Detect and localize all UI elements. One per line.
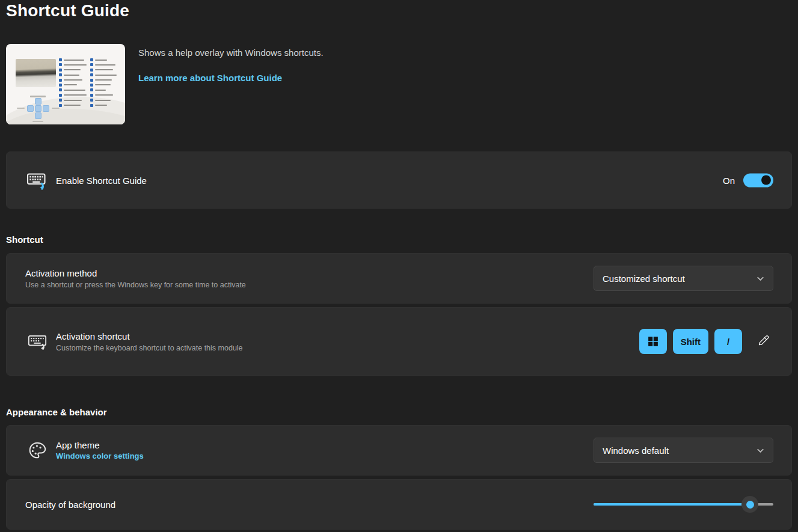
preview-row: [59, 69, 87, 72]
slider-fill: [594, 503, 750, 506]
slider-thumb[interactable]: [741, 496, 758, 513]
preview-row: [90, 73, 117, 76]
opacity-slider[interactable]: [594, 495, 773, 513]
preview-row: [59, 104, 87, 107]
preview-row: [59, 79, 87, 82]
keyboard-shortcut-icon: [26, 331, 48, 352]
activation-method-value: Customized shortcut: [603, 274, 757, 284]
preview-label-bar: [32, 121, 43, 122]
activation-shortcut-card: Activation shortcut Customize the keyboa…: [6, 307, 792, 376]
shortcut-guide-settings-page: Shortcut Guide Shows a help overlay with…: [0, 0, 798, 532]
enable-toggle[interactable]: [743, 173, 773, 187]
module-description: Shows a help overlay with Windows shortc…: [138, 47, 324, 58]
preview-row: [90, 99, 117, 102]
preview-wallpaper-thumbnail: [16, 59, 56, 87]
preview-shortcut-list-right: [90, 58, 117, 107]
preview-row: [90, 58, 117, 61]
preview-row: [90, 69, 117, 72]
key-shift: Shift: [673, 329, 708, 354]
preview-row: [59, 88, 87, 91]
preview-row: [59, 84, 87, 87]
chevron-down-icon: [757, 275, 764, 283]
preview-row: [59, 73, 87, 76]
preview-row: [90, 84, 117, 87]
app-theme-title: App theme: [56, 440, 144, 450]
preview-shortcut-list-left: [59, 58, 87, 107]
preview-dpad-right-key: [43, 105, 49, 112]
activation-method-subtitle: Use a shortcut or press the Windows key …: [25, 281, 246, 289]
app-theme-card: App theme Windows color settings Windows…: [6, 425, 792, 475]
app-theme-dropdown[interactable]: Windows default: [594, 438, 773, 463]
preview-label-bar: [52, 108, 60, 109]
enable-label: Enable Shortcut Guide: [56, 175, 147, 185]
opacity-title: Opacity of background: [25, 500, 115, 510]
slider-thumb-dot: [746, 501, 754, 509]
opacity-card: Opacity of background: [6, 479, 792, 530]
app-theme-value: Windows default: [603, 445, 757, 456]
preview-row: [90, 88, 117, 91]
preview-row: [59, 63, 87, 66]
preview-row: [90, 104, 117, 107]
activation-method-dropdown[interactable]: Customized shortcut: [594, 266, 773, 291]
win-key: [639, 329, 667, 354]
shortcut-guide-module-icon: [25, 168, 49, 192]
preview-dpad-center-key: [35, 105, 41, 112]
palette-icon: [26, 439, 48, 461]
preview-row: [59, 99, 87, 102]
section-header-shortcut: Shortcut: [6, 234, 43, 245]
activation-shortcut-title: Activation shortcut: [56, 331, 243, 341]
preview-row: [90, 94, 117, 97]
activation-method-title: Activation method: [25, 268, 246, 278]
pencil-icon: [756, 334, 770, 350]
preview-row: [90, 79, 117, 82]
preview-row: [59, 58, 87, 61]
activation-shortcut-subtitle: Customize the keyboard shortcut to activ…: [56, 344, 243, 352]
preview-label-bar: [17, 108, 25, 109]
chevron-down-icon: [757, 447, 764, 454]
key-/: /: [714, 329, 742, 354]
page-title: Shortcut Guide: [6, 1, 129, 20]
toggle-knob: [761, 176, 771, 185]
preview-dpad-down-key: [35, 112, 41, 119]
preview-row: [59, 94, 87, 97]
preview-dpad-left-key: [27, 105, 34, 112]
preview-row: [90, 63, 117, 66]
activation-method-card: Activation method Use a shortcut or pres…: [6, 253, 792, 304]
section-header-appearance: Appearance & behavior: [6, 407, 107, 417]
module-preview-image: [6, 44, 125, 124]
learn-more-link[interactable]: Learn more about Shortcut Guide: [138, 73, 282, 83]
windows-color-settings-link[interactable]: Windows color settings: [56, 451, 144, 460]
edit-shortcut-button[interactable]: [753, 331, 773, 352]
toggle-state-label: On: [723, 175, 735, 185]
preview-dpad-up-key: [35, 98, 41, 105]
shortcut-keys: Shift/: [639, 329, 742, 354]
enable-card: Enable Shortcut Guide On: [6, 151, 792, 209]
preview-caption-bar: [30, 96, 46, 97]
